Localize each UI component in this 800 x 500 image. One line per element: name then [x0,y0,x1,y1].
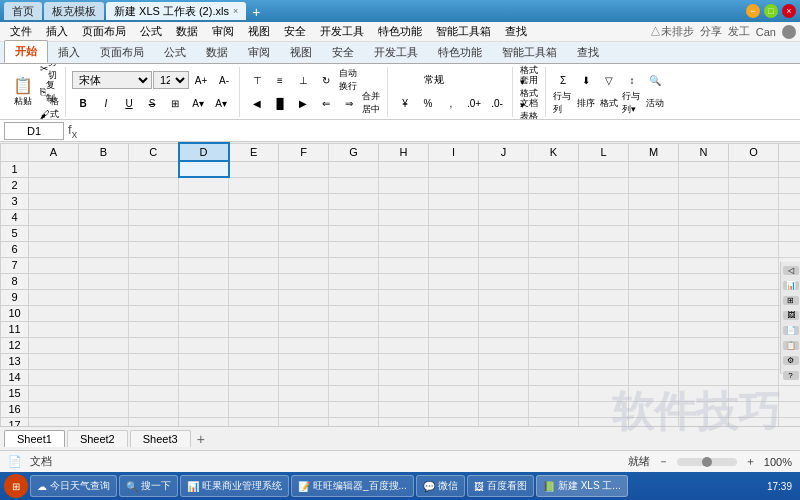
cell[interactable] [229,289,279,305]
cell[interactable] [629,417,679,426]
cell[interactable] [529,161,579,177]
cell[interactable] [379,385,429,401]
strike-button[interactable]: S [141,92,163,114]
wrap-button[interactable]: 自动换行 [338,69,360,91]
cell[interactable] [579,257,629,273]
cell[interactable] [129,369,179,385]
close-button[interactable]: × [782,4,796,18]
decrease-font-button[interactable]: A- [213,69,235,91]
col-header-O[interactable]: O [729,143,779,161]
cell[interactable] [429,353,479,369]
cell[interactable] [529,225,579,241]
sidebar-grid-icon[interactable]: ⊞ [783,296,799,305]
cell[interactable] [579,241,629,257]
tab-workbook[interactable]: 新建 XLS 工作表 (2).xls × [106,2,246,20]
name-box[interactable] [4,122,64,140]
cell[interactable] [229,273,279,289]
cell[interactable] [79,257,129,273]
col-header-B[interactable]: B [79,143,129,161]
sidebar-doc2-icon[interactable]: 📋 [783,341,799,350]
cell[interactable] [479,257,529,273]
cell[interactable] [379,289,429,305]
cell[interactable] [229,321,279,337]
cell[interactable] [379,161,429,177]
cell[interactable] [529,193,579,209]
grid-wrapper[interactable]: A B C D E F G H I J K L M N O [0,142,800,426]
cell[interactable] [679,273,729,289]
cell[interactable] [329,337,379,353]
cell[interactable] [229,385,279,401]
cell[interactable] [79,369,129,385]
cell[interactable] [679,241,729,257]
menu-ai[interactable]: 智能工具箱 [430,22,497,41]
cell[interactable] [329,289,379,305]
indent-decrease-button[interactable]: ⇐ [315,92,337,114]
cell[interactable] [429,257,479,273]
cell[interactable] [279,385,329,401]
thousands-button[interactable]: , [440,92,462,114]
cell[interactable] [329,273,379,289]
cell[interactable] [529,401,579,417]
cell[interactable] [729,385,779,401]
cell[interactable] [229,369,279,385]
cell[interactable] [179,209,229,225]
sidebar-chart-icon[interactable]: 📊 [783,281,799,290]
cell[interactable] [529,177,579,193]
increase-decimal-button[interactable]: .0+ [463,92,485,114]
cell[interactable] [579,289,629,305]
cell[interactable] [29,401,79,417]
menu-layout[interactable]: 页面布局 [76,22,132,41]
ribbon-tab-data[interactable]: 数据 [196,42,238,63]
col-header-E[interactable]: E [229,143,279,161]
cell[interactable] [779,209,801,225]
cell[interactable] [629,225,679,241]
cell[interactable] [279,353,329,369]
cell[interactable] [379,241,429,257]
menu-file[interactable]: 文件 [4,22,38,41]
cell[interactable] [129,337,179,353]
menu-security[interactable]: 安全 [278,22,312,41]
cell[interactable] [429,193,479,209]
cell[interactable] [629,273,679,289]
sidebar-expand-icon[interactable]: ◁ [783,266,799,275]
tab-template[interactable]: 板克模板 [44,2,104,20]
cell[interactable] [79,385,129,401]
cell[interactable] [629,385,679,401]
cell[interactable] [29,353,79,369]
cell[interactable] [79,273,129,289]
cell[interactable] [79,417,129,426]
col-header-M[interactable]: M [629,143,679,161]
cell[interactable] [379,257,429,273]
cell[interactable] [329,401,379,417]
cell[interactable] [779,177,801,193]
cell[interactable] [179,321,229,337]
cell[interactable] [279,225,329,241]
cell[interactable] [679,305,729,321]
cell[interactable] [329,321,379,337]
cell[interactable] [579,353,629,369]
tab-close-icon[interactable]: × [233,6,238,16]
font-size-select[interactable]: 12 [153,71,189,89]
cell[interactable] [329,385,379,401]
underline-button[interactable]: U [118,92,140,114]
cell[interactable] [579,273,629,289]
cell[interactable] [79,177,129,193]
cut-button[interactable]: ✂ 剪切 [39,64,61,80]
cell[interactable] [429,401,479,417]
cell[interactable] [629,257,679,273]
cell[interactable] [79,193,129,209]
cell[interactable] [229,353,279,369]
bold-button[interactable]: B [72,92,94,114]
tab-home[interactable]: 首页 [4,2,42,20]
filter-button[interactable]: ▽ [598,69,620,91]
cell[interactable] [429,337,479,353]
cell[interactable] [129,385,179,401]
cell[interactable] [79,225,129,241]
sheet-tab-2[interactable]: Sheet2 [67,430,128,447]
cell[interactable] [579,177,629,193]
cell[interactable] [179,225,229,241]
cell[interactable] [229,177,279,193]
cell[interactable] [429,417,479,426]
cell[interactable] [129,241,179,257]
cell[interactable] [129,353,179,369]
